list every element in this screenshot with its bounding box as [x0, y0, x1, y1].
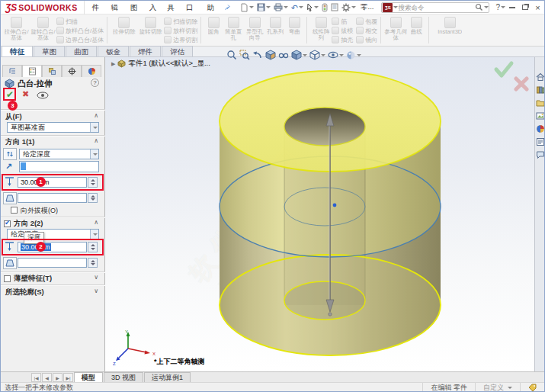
undo-button[interactable]: ↶ [290, 3, 304, 12]
intersect-button[interactable]: 相交 [356, 27, 377, 34]
custom-properties-icon[interactable] [536, 137, 545, 146]
command-search-box[interactable]: ƷS [381, 2, 489, 13]
collapse-direction2-icon[interactable]: ∧ [94, 219, 98, 226]
appearance-dropdown-icon[interactable] [357, 54, 361, 56]
tab-model[interactable]: 模型 [74, 372, 103, 382]
search-scope-icon[interactable]: ƷS [383, 3, 393, 12]
tab-scroll-prev-button[interactable]: ◀ [42, 373, 52, 382]
thin-feature-group-header[interactable]: 薄壁特征(T) [14, 274, 52, 284]
undo-dropdown-icon[interactable] [299, 6, 303, 8]
tab-surfaces[interactable]: 曲面 [66, 46, 97, 56]
part-tree-root-label[interactable]: 零件1 (默认<<默认>_显... [128, 59, 210, 69]
save-button[interactable] [256, 2, 271, 12]
hide-show-items-button[interactable] [328, 51, 344, 59]
search-icon[interactable] [475, 3, 483, 11]
swept-cut-button[interactable]: 扫描切除 [164, 18, 197, 25]
previous-view-button[interactable] [252, 50, 263, 60]
tab-sheet-metal[interactable]: 钣金 [98, 46, 129, 56]
close-button[interactable]: × [531, 2, 544, 14]
rebuild-button[interactable] [321, 2, 329, 13]
property-manager-help-button[interactable]: ? [91, 79, 99, 87]
custom-state-dropdown-icon[interactable] [508, 387, 512, 389]
rib-button[interactable]: 筋 [332, 18, 353, 25]
edit-appearance-button[interactable] [346, 50, 361, 60]
file-properties-button[interactable] [330, 2, 339, 12]
extruded-cut-button[interactable]: 拉伸切除 [111, 16, 137, 42]
confirm-cancel-icon[interactable] [516, 79, 527, 89]
file-explorer-icon[interactable] [536, 98, 545, 108]
hide-show-dropdown-icon[interactable] [339, 54, 344, 56]
revolved-cut-button[interactable]: 旋转切除 [137, 16, 164, 42]
design-library-icon[interactable] [536, 85, 545, 95]
tab-features[interactable]: 特征 [2, 46, 33, 56]
draft-outward-checkbox[interactable] [11, 207, 18, 214]
simple-hole-button[interactable]: 简单直孔 [223, 16, 244, 42]
linear-pattern-button[interactable]: 线性阵列 [310, 16, 332, 42]
from-dropdown-arrow-icon[interactable] [90, 123, 98, 132]
cancel-button[interactable]: ✖ [22, 89, 29, 99]
boundary-cut-button[interactable]: 边界切割 [164, 36, 197, 43]
draft-button[interactable]: 拔模 [332, 27, 353, 34]
display-style-button[interactable] [309, 50, 325, 60]
from-group-header[interactable]: 从(F) [5, 112, 22, 122]
flex-button[interactable]: 弯曲 [285, 16, 303, 42]
tab-weldments[interactable]: 焊件 [130, 46, 161, 56]
expand-thin-feature-icon[interactable]: ∨ [94, 274, 98, 281]
instant3d-button[interactable]: Instant3D [432, 16, 467, 42]
print-dropdown-icon[interactable] [284, 6, 288, 8]
select-dropdown-icon[interactable] [314, 6, 319, 8]
view-orientation-dropdown-icon[interactable] [303, 54, 307, 56]
hole-series-button[interactable]: 孔系列 [265, 16, 285, 42]
hole-wizard-button[interactable]: 异型孔向导 [244, 16, 265, 42]
direction2-end-condition-arrow-icon[interactable] [90, 230, 98, 239]
appearances-icon[interactable] [536, 124, 545, 133]
view-palette-icon[interactable] [536, 111, 545, 120]
curves-button[interactable]: 曲线 [407, 16, 425, 42]
selected-contours-group-header[interactable]: 所选轮廓(S) [5, 288, 44, 297]
reverse-direction1-button[interactable] [3, 148, 17, 160]
dimxpert-manager-tab[interactable] [62, 65, 82, 77]
preview-eye-icon[interactable] [37, 92, 49, 99]
search-dropdown-icon[interactable] [484, 6, 489, 8]
draft1-toggle-button[interactable] [3, 192, 17, 204]
lofted-boss-button[interactable]: 放样凸台/基体 [56, 27, 104, 34]
tab-scroll-last-button[interactable]: ▶| [63, 373, 73, 382]
home-icon[interactable] [536, 72, 545, 82]
section-view-button[interactable] [265, 50, 276, 60]
reference-geometry-button[interactable]: 参考几何体 [384, 16, 407, 42]
from-dropdown[interactable]: 草图基准面 [7, 122, 99, 133]
mirror-button[interactable]: 镜向 [356, 36, 377, 43]
zoom-area-button[interactable] [239, 50, 250, 60]
tab-scroll-next-button[interactable]: ▶ [53, 373, 63, 382]
fillet-button[interactable]: 圆角 [204, 16, 223, 42]
options-button[interactable] [341, 2, 357, 13]
thin-feature-checkbox[interactable] [4, 275, 11, 282]
direction1-end-condition-arrow-icon[interactable] [90, 149, 98, 159]
draft1-spinner[interactable] [88, 193, 98, 203]
new-document-button[interactable] [239, 2, 255, 13]
draft2-angle-field[interactable] [18, 258, 87, 268]
expand-selected-contours-icon[interactable]: ∨ [94, 288, 98, 294]
display-manager-tab[interactable] [82, 65, 101, 77]
save-dropdown-icon[interactable] [266, 6, 271, 8]
draft1-angle-field[interactable] [18, 193, 87, 203]
draft-outward-label[interactable]: 向外拔模(O) [21, 206, 58, 216]
options-dropdown-icon[interactable] [351, 6, 356, 8]
draft2-spinner[interactable] [88, 258, 98, 268]
new-document-dropdown-icon[interactable] [249, 6, 254, 8]
direction1-group-header[interactable]: 方向 1(1) [5, 137, 35, 147]
collapse-from-icon[interactable]: ∧ [94, 112, 98, 119]
confirm-ok-icon[interactable] [496, 63, 511, 76]
tab-scroll-first-button[interactable]: |◀ [31, 373, 41, 382]
direction1-reference-field[interactable] [19, 161, 99, 172]
tab-motion-study[interactable]: 运动算例1 [144, 372, 191, 382]
direction2-checkbox[interactable] [4, 220, 11, 227]
property-manager-tab[interactable] [22, 65, 42, 77]
feature-manager-tab[interactable] [2, 65, 22, 77]
select-button[interactable] [306, 2, 319, 12]
origin-point[interactable] [333, 204, 337, 207]
zoom-fit-button[interactable] [226, 50, 237, 60]
swept-boss-button[interactable]: 扫描 [56, 18, 104, 25]
forum-icon[interactable] [536, 150, 545, 159]
revolved-boss-button[interactable]: 旋转凸台/基体 [30, 16, 56, 42]
